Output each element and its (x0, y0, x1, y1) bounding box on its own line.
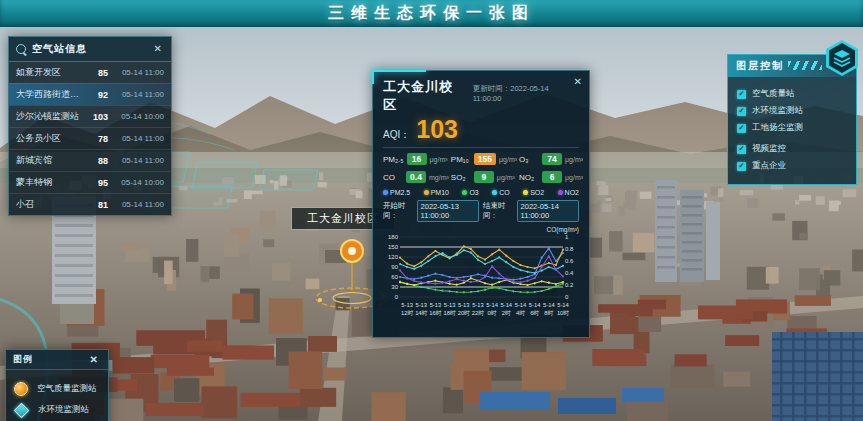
layer-toggle-工地扬尘监测[interactable]: ✓工地扬尘监测 (737, 122, 847, 134)
pollutant-value-badge: 9 (474, 171, 494, 183)
layer-toggle-空气质量站[interactable]: ✓空气质量站 (737, 88, 847, 100)
svg-text:120: 120 (388, 254, 399, 260)
pollutant-name: PM₁₀ (451, 155, 471, 164)
chart-legend: PM2.5PM10O3COSO2NO2 (383, 189, 579, 196)
layer-label: 视频监控 (752, 143, 786, 155)
station-row[interactable]: 大学西路街道办事处9205-14 11:00 (9, 83, 171, 105)
legend-label: PM10 (431, 189, 449, 196)
close-icon[interactable]: ✕ (574, 76, 582, 87)
station-name: 蒙丰特钢 (16, 176, 86, 189)
svg-text:180: 180 (388, 234, 399, 240)
station-panel-title: 空气站信息 (32, 42, 146, 56)
station-row[interactable]: 小召8105-14 11:00 (9, 193, 171, 215)
svg-text:5-14: 5-14 (529, 302, 541, 308)
layer-control-panel: 图层控制 ✓空气质量站✓水环境监测站✓工地扬尘监测✓视频监控✓重点企业 (727, 54, 857, 185)
pollutant-name: NO₂ (519, 173, 539, 182)
station-name: 大学西路街道办事处 (16, 88, 86, 101)
pollutant-value-badge: 155 (474, 153, 496, 165)
station-name: 公务员小区 (16, 132, 86, 145)
legend-label: PM2.5 (390, 189, 410, 196)
chart-legend-item[interactable]: PM10 (424, 189, 449, 196)
svg-text:5-13: 5-13 (472, 302, 484, 308)
pollutant-unit: μg/m³ (497, 174, 515, 181)
aqi-label: AQI： (383, 128, 410, 142)
svg-text:5-14: 5-14 (500, 302, 512, 308)
svg-text:5-13: 5-13 (415, 302, 427, 308)
close-icon[interactable]: ✕ (152, 44, 164, 54)
svg-text:20时: 20时 (458, 310, 470, 316)
station-value: 88 (86, 156, 108, 166)
start-time-input[interactable]: 2022-05-13 11:00:00 (417, 200, 479, 222)
pollutant-unit: μg/m³ (499, 156, 517, 163)
update-time-label: 更新时间： (473, 84, 511, 93)
pollutant-trend-chart: 030609012015018000.20.40.60.81CO(mg/m³)5… (383, 225, 579, 329)
station-row[interactable]: 蒙丰特钢9505-14 10:00 (9, 171, 171, 193)
station-row[interactable]: 公务员小区7805-14 11:00 (9, 127, 171, 149)
svg-text:0: 0 (395, 294, 399, 300)
chart-legend-item[interactable]: PM2.5 (383, 189, 410, 196)
chart-legend-item[interactable]: O3 (462, 189, 478, 196)
svg-text:14时: 14时 (415, 310, 427, 316)
app-root: 三维生态环保一张图 工大金川校区 空气站信息 ✕ 如意开发区8505-14 11… (0, 0, 863, 421)
legend-label: CO (499, 189, 510, 196)
svg-text:60: 60 (391, 274, 398, 280)
station-time: 05-14 11:00 (108, 200, 164, 209)
station-name: 沙尔沁镇监测站 (16, 110, 86, 123)
station-time: 05-14 10:00 (108, 178, 164, 187)
water-station-icon (14, 402, 30, 418)
checkbox-icon[interactable]: ✓ (737, 124, 746, 133)
end-time-input[interactable]: 2022-05-14 11:00:00 (517, 200, 579, 222)
svg-text:5-13: 5-13 (430, 302, 442, 308)
legend-item-label: 空气质量监测站 (37, 383, 97, 395)
station-list-panel: 空气站信息 ✕ 如意开发区8505-14 11:00大学西路街道办事处9205-… (8, 36, 172, 216)
svg-text:0.4: 0.4 (565, 270, 574, 276)
station-name: 小召 (16, 198, 86, 211)
start-time-label: 开始时间： (383, 201, 413, 221)
layer-label: 重点企业 (752, 160, 786, 172)
header-stripes-decoration (788, 61, 822, 70)
station-row[interactable]: 沙尔沁镇监测站10305-14 10:00 (9, 105, 171, 127)
svg-text:5-14: 5-14 (486, 302, 498, 308)
legend-label: SO2 (530, 189, 544, 196)
station-value: 103 (86, 112, 108, 122)
svg-text:5-14: 5-14 (515, 302, 527, 308)
pollutant-value-badge: 74 (542, 153, 562, 165)
checkbox-icon[interactable]: ✓ (737, 162, 746, 171)
station-row[interactable]: 新城宾馆8805-14 11:00 (9, 149, 171, 171)
station-time: 05-14 10:00 (108, 112, 164, 121)
station-name: 如意开发区 (16, 66, 86, 79)
svg-text:5-13: 5-13 (401, 302, 413, 308)
layer-toggle-水环境监测站[interactable]: ✓水环境监测站 (737, 105, 847, 117)
chart-legend-item[interactable]: NO2 (558, 189, 579, 196)
top-bar: 三维生态环保一张图 (0, 0, 863, 27)
update-time: 更新时间：2022-05-14 11:00:00 (473, 84, 579, 103)
station-value: 92 (86, 90, 108, 100)
legend-items: 空气质量监测站水环境监测站 (6, 370, 108, 421)
layer-label: 工地扬尘监测 (752, 122, 803, 134)
layers-icon (832, 49, 852, 67)
checkbox-icon[interactable]: ✓ (737, 90, 746, 99)
layer-label: 空气质量站 (752, 88, 795, 100)
svg-text:0.2: 0.2 (565, 282, 574, 288)
svg-text:22时: 22时 (472, 310, 484, 316)
station-value: 85 (86, 68, 108, 78)
svg-text:4时: 4时 (516, 310, 525, 316)
checkbox-icon[interactable]: ✓ (737, 145, 746, 154)
close-icon[interactable]: ✕ (88, 355, 101, 365)
legend-panel-title: 图例 (13, 353, 33, 366)
legend-label: NO2 (565, 189, 579, 196)
pollutant-unit: μg/m³ (565, 174, 583, 181)
checkbox-icon[interactable]: ✓ (737, 107, 746, 116)
map-legend-panel: 图例 ✕ 空气质量监测站水环境监测站 (5, 349, 109, 421)
svg-text:5-14: 5-14 (557, 302, 569, 308)
station-row[interactable]: 如意开发区8505-14 11:00 (9, 62, 171, 83)
chart-legend-item[interactable]: SO2 (523, 189, 544, 196)
pollutant-name: PM₂.₅ (383, 155, 404, 164)
pollutant-name: CO (383, 173, 403, 182)
layer-toggle-重点企业[interactable]: ✓重点企业 (737, 160, 847, 172)
pollutant-cell: PM₂.₅16μg/m³ (383, 153, 449, 165)
chart-legend-item[interactable]: CO (492, 189, 510, 196)
svg-text:10时: 10时 (557, 310, 569, 316)
pollutant-name: O₃ (519, 155, 539, 164)
layer-toggle-视频监控[interactable]: ✓视频监控 (737, 143, 847, 155)
